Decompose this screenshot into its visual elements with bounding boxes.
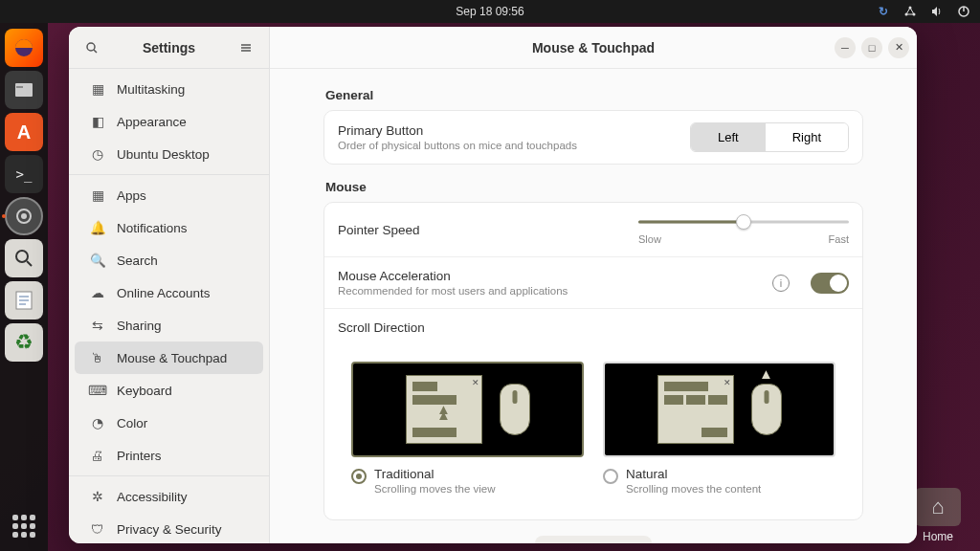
info-icon[interactable]: i [772,275,790,292]
accessibility-icon: ✲ [90,489,105,504]
home-folder-label: Home [915,530,961,543]
slider-slow-label: Slow [638,233,661,245]
section-mouse: Mouse [325,180,863,194]
svg-point-16 [87,43,95,51]
mouse-acceleration-switch[interactable] [811,273,849,294]
sidebar-item-label: Online Accounts [117,286,211,300]
color-icon: ◔ [90,415,105,430]
bell-icon: 🔔 [90,220,105,235]
scroll-traditional-option[interactable]: ✕▲▲ Traditional Scrolling moves the view [351,362,584,495]
dock-trash[interactable]: ♻ [5,323,43,362]
svg-rect-7 [16,86,23,88]
scroll-traditional-tile: ✕▲▲ [351,362,584,457]
primary-button-subtitle: Order of physical buttons on mice and to… [338,140,677,151]
mouse-icon: 🖱 [90,350,105,365]
slider-fast-label: Fast [829,233,849,245]
mouse-acceleration-subtitle: Recommended for most users and applicati… [338,285,759,297]
primary-button-left[interactable]: Left [691,123,766,151]
section-general: General [325,88,863,102]
sidebar-item-label: Mouse & Touchpad [117,351,227,365]
svg-point-10 [16,251,28,262]
scroll-direction-row: Scroll Direction ✕▲▲ Traditional [324,309,862,519]
test-settings-button[interactable]: Test Settings [535,536,651,543]
sidebar-item-color[interactable]: ◔Color [75,407,263,439]
sidebar-item-multitasking[interactable]: ▦Multitasking [75,73,263,105]
apps-icon: ▦ [90,187,105,203]
svg-rect-6 [15,83,33,97]
sidebar-item-mouse-touchpad[interactable]: 🖱Mouse & Touchpad [75,342,263,374]
sidebar-item-label: Search [117,253,158,268]
sidebar-item-label: Appearance [117,115,187,129]
network-icon [903,5,917,18]
primary-button-segmented: Left Right [690,122,849,152]
sidebar-item-label: Notifications [117,221,188,235]
svg-line-11 [27,261,32,266]
status-area[interactable]: ↻ [877,5,970,18]
sidebar-item-privacy[interactable]: 🛡Privacy & Security [75,513,263,543]
scroll-direction-title: Scroll Direction [338,320,849,335]
search-icon: 🔍 [90,253,105,268]
content-area: General Primary Button Order of physical… [270,69,917,543]
mouse-acceleration-row: Mouse Acceleration Recommended for most … [324,257,862,309]
sidebar-item-printers[interactable]: 🖨Printers [75,439,263,472]
sidebar-item-accessibility[interactable]: ✲Accessibility [75,480,263,513]
appearance-icon: ◧ [90,114,105,129]
primary-button-row: Primary Button Order of physical buttons… [324,111,862,164]
scroll-natural-radio[interactable] [603,469,618,484]
printer-icon: 🖨 [90,448,105,463]
sidebar-item-label: Privacy & Security [117,522,222,537]
primary-button-title: Primary Button [338,123,677,138]
dock-firefox[interactable] [5,29,43,67]
dock-settings[interactable] [5,197,43,235]
sidebar-item-keyboard[interactable]: ⌨Keyboard [75,374,263,407]
primary-button-right[interactable]: Right [766,123,848,151]
main-header: Mouse & Touchpad ─ □ ✕ [270,27,917,69]
scroll-traditional-sub: Scrolling moves the view [374,483,496,495]
sidebar-menu-button[interactable] [233,34,259,61]
sidebar-item-sharing[interactable]: ⇆Sharing [75,309,263,342]
sidebar-item-apps[interactable]: ▦Apps [75,179,263,211]
sidebar-item-label: Ubuntu Desktop [117,147,210,162]
dock-ubuntu-software[interactable]: A [5,113,43,151]
general-card: Primary Button Order of physical buttons… [323,110,863,165]
sidebar-item-notifications[interactable]: 🔔Notifications [75,211,263,244]
sidebar-item-ubuntu-desktop[interactable]: ◷Ubuntu Desktop [75,138,263,170]
scroll-natural-sub: Scrolling moves the content [626,483,761,495]
maximize-button[interactable]: □ [861,37,882,58]
minimize-button[interactable]: ─ [835,37,856,58]
refresh-icon: ↻ [877,5,890,18]
main-pane: Mouse & Touchpad ─ □ ✕ General Primary B… [270,27,917,543]
scroll-natural-option[interactable]: ✕ ▲ Natural Scrolling moves the content [603,362,835,495]
sidebar-separator [69,475,269,476]
sidebar-search-button[interactable] [78,34,105,61]
volume-icon [930,5,944,18]
clock[interactable]: Sep 18 09:56 [456,5,523,18]
sidebar-title: Settings [105,40,233,55]
sidebar-item-appearance[interactable]: ◧Appearance [75,105,263,138]
sidebar-item-label: Apps [117,188,146,203]
sidebar-list: ▦Multitasking ◧Appearance ◷Ubuntu Deskto… [69,69,269,543]
dock-files[interactable] [5,71,43,109]
close-button[interactable]: ✕ [888,37,909,58]
dock-image-viewer[interactable] [5,239,43,277]
sidebar-item-label: Sharing [117,319,162,333]
mouse-acceleration-title: Mouse Acceleration [338,269,759,283]
page-title: Mouse & Touchpad [532,40,655,55]
pointer-speed-title: Pointer Speed [338,223,625,237]
keyboard-icon: ⌨ [90,383,105,398]
dock-show-apps[interactable] [7,509,41,543]
sidebar-item-search[interactable]: 🔍Search [75,244,263,276]
sidebar-item-online-accounts[interactable]: ☁Online Accounts [75,276,263,309]
dock: A >_ ♻ [0,23,48,551]
window-controls: ─ □ ✕ [835,37,909,58]
desktop-home-folder[interactable]: ⌂ Home [915,488,961,543]
multitasking-icon: ▦ [90,81,105,97]
svg-line-17 [94,50,97,53]
pointer-speed-slider[interactable] [638,214,849,230]
sidebar-header: Settings [69,27,269,69]
dock-terminal[interactable]: >_ [5,155,43,193]
scroll-natural-label: Natural [626,467,761,481]
dock-text-editor[interactable] [5,281,43,320]
system-top-bar: Sep 18 09:56 ↻ [0,0,980,23]
scroll-traditional-radio[interactable] [351,469,367,484]
